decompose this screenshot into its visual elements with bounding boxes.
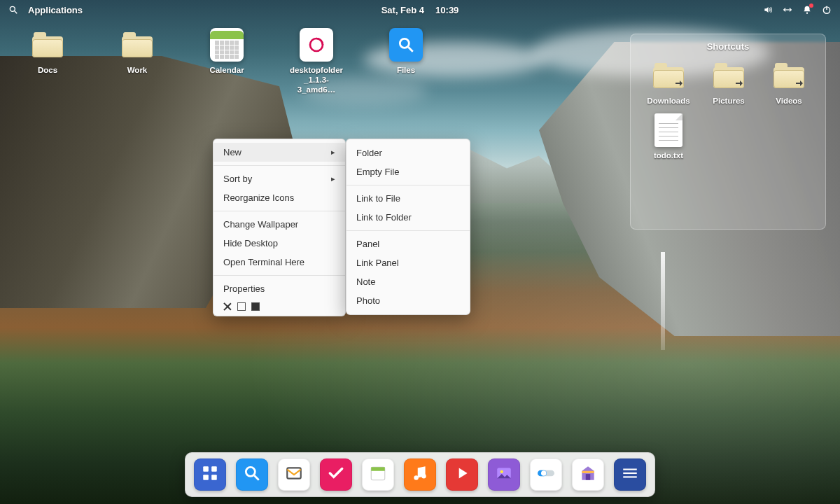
menu-item-hide-desktop[interactable]: Hide Desktop [214,234,345,253]
menu-item-new[interactable]: New ▸ [214,143,345,162]
svg-line-1 [15,11,18,14]
search-icon[interactable] [8,5,18,15]
calendar-app[interactable]: Calendar [199,28,255,94]
work-folder[interactable]: Work [109,28,165,94]
dock-photos[interactable] [488,458,520,491]
files-app[interactable]: Files [378,28,434,94]
mail-icon [285,464,303,485]
svg-point-17 [414,475,419,480]
menu-item-sort-by[interactable]: Sort by ▸ [214,169,345,188]
submenu-item-link-to-file[interactable]: Link to File [346,189,470,208]
settings-icon [537,464,555,485]
dock-terminal[interactable] [614,458,646,491]
icon-label: Files [397,66,415,76]
folder-icon [120,28,154,62]
submenu-item-note[interactable]: Note [346,272,470,291]
menu-item-label: Photo [356,295,380,306]
submenu-item-link-panel[interactable]: Link Panel [346,253,470,272]
docs-folder[interactable]: Docs [20,28,76,94]
menu-item-label: Hide Desktop [223,238,278,248]
context-submenu-new: Folder Empty File Link to File Link to F… [346,139,470,315]
menu-item-label: Link to File [356,193,400,204]
pictures-link[interactable]: Pictures [701,59,757,106]
menu-item-reorganize-icons[interactable]: Reorganize Icons [214,188,345,207]
dock-music[interactable] [404,458,436,491]
photos-icon [495,464,513,485]
folder-link-icon [712,59,746,92]
swatch-none[interactable] [223,302,232,311]
svg-rect-26 [582,471,594,473]
svg-rect-14 [287,468,301,478]
dock-calendar[interactable] [362,458,394,491]
shortcuts-panel[interactable]: Shortcuts Downloads Pictures Videos todo… [630,34,826,230]
svg-point-0 [10,6,15,11]
wallpaper-waterfall [661,252,665,350]
calendar-icon [369,464,387,485]
submenu-item-empty-file[interactable]: Empty File [346,162,470,181]
top-bar-right [763,5,832,15]
chevron-right-icon: ▸ [331,174,335,183]
menu-item-label: Change Wallpaper [223,219,298,230]
top-bar-left: Applications [8,5,83,15]
svg-rect-10 [203,475,209,480]
icon-label: Work [127,66,148,76]
menu-item-label: Sort by [223,174,252,184]
menu-separator [346,185,470,186]
menu-item-label: Link Panel [356,258,399,268]
menu-item-label: Empty File [356,167,399,177]
svg-rect-8 [203,466,209,472]
svg-rect-27 [623,469,637,470]
notifications-icon[interactable] [802,5,812,15]
menu-separator [214,211,345,211]
menu-item-label: Open Terminal Here [223,257,304,267]
top-bar-center[interactable]: Sat, Feb 4 10:39 [382,5,459,15]
dock [185,452,655,497]
submenu-item-panel[interactable]: Panel [346,234,470,253]
submenu-item-photo[interactable]: Photo [346,291,470,310]
top-bar: Applications Sat, Feb 4 10:39 [0,0,840,20]
volume-icon[interactable] [763,5,773,15]
dock-mail[interactable] [278,458,310,491]
videos-link[interactable]: Videos [761,59,817,106]
submenu-item-folder[interactable]: Folder [346,144,470,162]
applications-menu[interactable]: Applications [28,5,83,15]
menu-item-label: New [223,147,241,158]
menu-item-properties[interactable]: Properties [214,279,345,298]
videos-icon [453,464,471,485]
downloads-link[interactable]: Downloads [640,59,696,106]
dock-multitasking[interactable] [194,458,226,491]
deb-package[interactable]: desktopfolder_1.1.3-3_amd6… [288,28,344,94]
menu-item-label: Folder [356,148,382,158]
svg-rect-28 [623,472,637,474]
svg-rect-25 [586,474,591,480]
menu-separator [214,275,345,276]
dock-appcenter[interactable] [572,458,604,491]
menu-separator [214,165,345,166]
svg-point-12 [246,467,255,476]
folder-icon [31,28,64,62]
svg-marker-19 [459,468,468,478]
dock-videos[interactable] [446,458,478,491]
svg-rect-29 [623,476,637,477]
menu-item-label: Panel [356,239,379,249]
menu-item-label: Link to Folder [356,212,412,223]
desktop-icons: Docs Work Calendar desktopfolder_1.1.3-3… [20,28,434,94]
menu-item-change-wallpaper[interactable]: Change Wallpaper [214,215,345,234]
clock-time: 10:39 [435,5,458,15]
appcenter-icon [579,464,597,485]
network-icon[interactable] [783,5,792,15]
files-icon [389,28,423,62]
todo-file[interactable]: todo.txt [640,113,696,161]
folder-link-icon [772,59,806,92]
power-icon[interactable] [822,5,832,15]
menu-item-open-terminal-here[interactable]: Open Terminal Here [214,253,345,272]
submenu-item-link-to-folder[interactable]: Link to Folder [346,208,470,227]
dock-settings[interactable] [530,458,562,491]
swatch-white[interactable] [237,302,246,311]
chevron-right-icon: ▸ [331,148,335,157]
dock-files[interactable] [236,458,268,491]
icon-label: Pictures [713,97,744,106]
dock-tasks[interactable] [320,458,352,491]
context-menu: New ▸ Sort by ▸ Reorganize Icons Change … [213,139,346,316]
swatch-black[interactable] [251,302,260,311]
